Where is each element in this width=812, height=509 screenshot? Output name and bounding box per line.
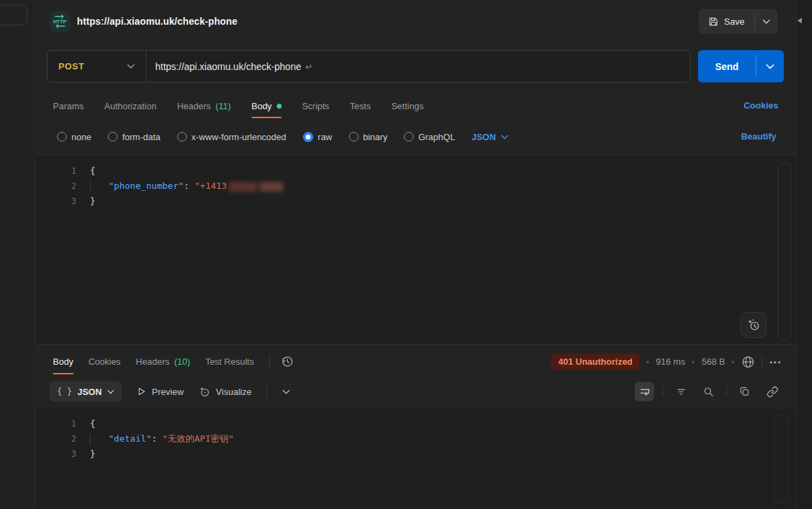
divider bbox=[36, 344, 796, 345]
code-line: 3} bbox=[36, 194, 796, 209]
radio-raw[interactable]: raw bbox=[303, 132, 332, 142]
response-status-group: 401 Unauthorized 916 ms 568 B ••• bbox=[551, 347, 782, 376]
response-more-options-button[interactable]: ••• bbox=[769, 358, 782, 366]
radio-icon bbox=[177, 132, 187, 142]
divider bbox=[726, 386, 727, 397]
code-line: 2"phone_number": "+1413 bbox=[36, 179, 796, 194]
save-button-label: Save bbox=[724, 16, 745, 27]
headers-count-badge: (11) bbox=[216, 101, 231, 111]
url-box: POST https://api.xiaomu.uk/check-phone↵ bbox=[47, 50, 690, 82]
send-options-button[interactable] bbox=[756, 50, 784, 82]
request-header: HTTP https://api.xiaomu.uk/check-phone S… bbox=[36, 0, 796, 43]
history-clock-icon bbox=[281, 355, 294, 368]
body-content-dot-icon bbox=[277, 104, 282, 109]
tab-scripts[interactable]: Scripts bbox=[302, 91, 330, 120]
search-icon bbox=[703, 386, 714, 398]
request-body-editor[interactable]: 1{ 2"phone_number": "+1413 3} bbox=[36, 155, 796, 344]
beautify-link[interactable]: Beautify bbox=[741, 126, 776, 147]
chevron-down-icon bbox=[766, 64, 774, 69]
divider bbox=[267, 386, 267, 397]
save-options-button[interactable] bbox=[755, 9, 778, 34]
tab-authorization[interactable]: Authorization bbox=[104, 91, 157, 120]
response-tab-test-results[interactable]: Test Results bbox=[205, 348, 254, 376]
preview-button[interactable]: Preview bbox=[137, 387, 183, 397]
network-info-icon[interactable] bbox=[741, 355, 755, 369]
radio-graphql[interactable]: GraphQL bbox=[404, 132, 455, 142]
dot-separator bbox=[646, 361, 649, 363]
cookies-link[interactable]: Cookies bbox=[743, 100, 778, 111]
link-button[interactable] bbox=[763, 382, 782, 401]
response-tab-body[interactable]: Body bbox=[53, 348, 74, 376]
response-format-select[interactable]: { } JSON bbox=[49, 381, 122, 402]
tab-settings[interactable]: Settings bbox=[392, 91, 424, 120]
response-headers-count-badge: (10) bbox=[174, 357, 190, 367]
tab-params[interactable]: Params bbox=[53, 91, 84, 120]
status-badge: 401 Unauthorized bbox=[551, 354, 639, 370]
response-history-button[interactable] bbox=[281, 355, 294, 368]
chevron-down-icon bbox=[107, 389, 114, 394]
filter-button[interactable] bbox=[671, 382, 690, 401]
radio-form-data[interactable]: form-data bbox=[108, 132, 161, 142]
svg-text:HTTP: HTTP bbox=[53, 19, 67, 25]
response-toolbar: { } JSON Preview Visualize bbox=[36, 379, 796, 404]
copy-icon bbox=[739, 386, 751, 398]
raw-format-select[interactable]: JSON bbox=[471, 132, 508, 142]
send-button[interactable]: Send bbox=[698, 50, 784, 82]
redacted-value bbox=[229, 182, 258, 192]
save-icon bbox=[708, 16, 719, 27]
request-url-row: POST https://api.xiaomu.uk/check-phone↵ … bbox=[36, 50, 796, 82]
radio-selected-icon bbox=[303, 132, 313, 142]
search-button[interactable] bbox=[699, 382, 718, 401]
wrap-text-button[interactable] bbox=[635, 382, 654, 401]
code-line: 3} bbox=[36, 446, 796, 462]
response-view-options-button[interactable] bbox=[282, 389, 290, 394]
tab-headers[interactable]: Headers(11) bbox=[177, 91, 231, 120]
response-size: 568 B bbox=[701, 357, 725, 367]
radio-binary[interactable]: binary bbox=[349, 132, 387, 142]
filter-icon bbox=[675, 386, 687, 398]
editor-scrollbar[interactable] bbox=[778, 163, 791, 340]
response-tool-icons bbox=[635, 379, 782, 404]
redacted-value bbox=[260, 182, 283, 192]
indent-guide bbox=[90, 181, 109, 192]
radio-none[interactable]: none bbox=[57, 132, 91, 142]
radio-icon bbox=[57, 132, 67, 142]
send-button-label: Send bbox=[698, 50, 756, 82]
http-request-icon: HTTP bbox=[49, 11, 70, 32]
request-workspace: HTTP https://api.xiaomu.uk/check-phone S… bbox=[36, 0, 796, 509]
dot-separator bbox=[692, 361, 695, 363]
code-line: 1{ bbox=[36, 163, 796, 179]
divider bbox=[762, 357, 763, 367]
code-line: 1{ bbox=[36, 416, 796, 431]
response-tab-cookies[interactable]: Cookies bbox=[89, 348, 121, 376]
save-button[interactable]: Save bbox=[699, 9, 778, 34]
radio-x-www-form-urlencoded[interactable]: x-www-form-urlencoded bbox=[177, 132, 286, 142]
tab-body[interactable]: Body bbox=[251, 91, 282, 120]
return-key-icon: ↵ bbox=[305, 62, 313, 72]
method-label: POST bbox=[58, 61, 84, 71]
sidebar-collapsed-tab[interactable] bbox=[0, 5, 27, 25]
radio-icon bbox=[349, 132, 359, 142]
right-panel-strip bbox=[796, 0, 812, 509]
visualize-sparkle-icon bbox=[199, 386, 210, 398]
postbot-button[interactable] bbox=[741, 312, 767, 338]
url-input[interactable]: https://api.xiaomu.uk/check-phone↵ bbox=[146, 61, 313, 72]
response-body-editor[interactable]: 1{ 2"detail": "无效的API密钥" 3} bbox=[36, 409, 796, 509]
method-select[interactable]: POST bbox=[47, 61, 146, 71]
dot-separator bbox=[732, 361, 734, 363]
radio-icon bbox=[108, 132, 117, 142]
code-line: 2"detail": "无效的API密钥" bbox=[36, 431, 796, 446]
body-type-row: none form-data x-www-form-urlencoded raw… bbox=[36, 126, 796, 147]
response-time: 916 ms bbox=[656, 357, 686, 367]
chevron-down-icon bbox=[127, 64, 135, 69]
copy-button[interactable] bbox=[735, 382, 754, 401]
sidebar bbox=[0, 0, 36, 509]
tab-tests[interactable]: Tests bbox=[350, 91, 370, 120]
divider bbox=[269, 357, 270, 367]
response-tab-headers[interactable]: Headers(10) bbox=[136, 348, 190, 376]
collapse-panel-arrow-icon[interactable] bbox=[798, 18, 802, 23]
request-url-title: https://api.xiaomu.uk/check-phone bbox=[77, 16, 238, 27]
response-editor-scrollbar[interactable] bbox=[774, 414, 789, 504]
chevron-down-icon bbox=[501, 135, 508, 139]
visualize-button[interactable]: Visualize bbox=[199, 386, 251, 398]
